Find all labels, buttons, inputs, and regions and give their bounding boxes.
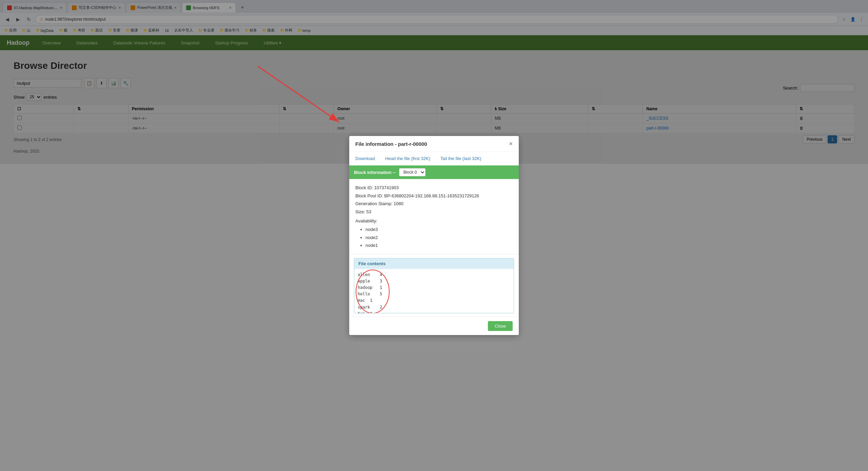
head-file-link[interactable]: Head the file (first 32K) bbox=[385, 156, 430, 161]
modal-header: File information - part-r-00000 × bbox=[349, 136, 519, 152]
modal-links: Download Head the file (first 32K) Tail … bbox=[349, 152, 519, 164]
modal-overlay: File information - part-r-00000 × Downlo… bbox=[0, 0, 868, 164]
file-info-modal: File information - part-r-00000 × Downlo… bbox=[349, 136, 519, 164]
download-link[interactable]: Download bbox=[355, 156, 375, 161]
tail-file-link[interactable]: Tail the file (last 32K) bbox=[440, 156, 481, 161]
modal-title: File information - part-r-00000 bbox=[355, 141, 427, 147]
modal-close-button[interactable]: × bbox=[509, 141, 513, 147]
